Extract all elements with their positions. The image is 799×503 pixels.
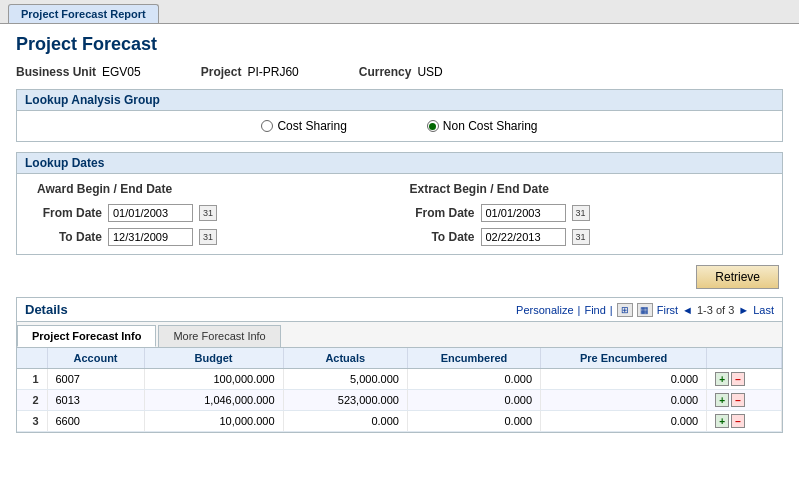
table-view-icon[interactable]: ▦ (637, 303, 653, 317)
lookup-dates-section: Lookup Dates Award Begin / End Date From… (16, 152, 783, 255)
award-date-group: Award Begin / End Date From Date 31 To D… (37, 182, 390, 246)
header-info-row: Business Unit EGV05 Project PI-PRJ60 Cur… (16, 65, 783, 79)
table-header: Account Budget Actuals Encumbered Pre En… (17, 348, 782, 369)
award-from-calendar-icon[interactable]: 31 (199, 205, 217, 221)
row-2-budget: 1,046,000.000 (144, 390, 283, 411)
dates-grid: Award Begin / End Date From Date 31 To D… (17, 174, 782, 254)
separator-2: | (610, 304, 613, 316)
row-3-actuals: 0.000 (283, 411, 407, 432)
top-tab-bar: Project Forecast Report (0, 0, 799, 24)
project-field: Project PI-PRJ60 (201, 65, 299, 79)
row-2-actuals: 523,000.000 (283, 390, 407, 411)
row-3-encumbered: 0.000 (407, 411, 540, 432)
page-range: 1-3 of 3 (697, 304, 734, 316)
award-from-input[interactable] (108, 204, 193, 222)
details-header: Details Personalize | Find | ⊞ ▦ First ◄… (17, 298, 782, 322)
row-3-budget: 10,000.000 (144, 411, 283, 432)
currency-value: USD (417, 65, 442, 79)
lookup-analysis-section: Lookup Analysis Group Cost Sharing Non C… (16, 89, 783, 142)
col-header-num (17, 348, 47, 369)
extract-date-title: Extract Begin / End Date (410, 182, 763, 196)
col-header-pre-encumbered: Pre Encumbered (541, 348, 707, 369)
col-header-encumbered: Encumbered (407, 348, 540, 369)
row-2-encumbered: 0.000 (407, 390, 540, 411)
cost-sharing-radio[interactable] (261, 120, 273, 132)
row-1-pre-encumbered: 0.000 (541, 369, 707, 390)
row-1-actuals: 5,000.000 (283, 369, 407, 390)
details-section: Details Personalize | Find | ⊞ ▦ First ◄… (16, 297, 783, 433)
extract-to-input[interactable] (481, 228, 566, 246)
table-row: 3 6600 10,000.000 0.000 0.000 0.000 + − (17, 411, 782, 432)
col-header-actuals: Actuals (283, 348, 407, 369)
grid-view-icon[interactable]: ⊞ (617, 303, 633, 317)
row-3-add-button[interactable]: + (715, 414, 729, 428)
currency-field: Currency USD (359, 65, 443, 79)
forecast-table: Account Budget Actuals Encumbered Pre En… (17, 348, 782, 432)
next-page-icon[interactable]: ► (738, 304, 749, 316)
non-cost-sharing-label: Non Cost Sharing (443, 119, 538, 133)
award-from-row: From Date 31 (37, 204, 390, 222)
details-label: Details (25, 302, 68, 317)
extract-from-label: From Date (410, 206, 475, 220)
extract-from-row: From Date 31 (410, 204, 763, 222)
cost-sharing-option[interactable]: Cost Sharing (261, 119, 346, 133)
row-1-actions: + − (707, 369, 782, 390)
first-label[interactable]: First (657, 304, 678, 316)
col-header-actions (707, 348, 782, 369)
col-header-budget: Budget (144, 348, 283, 369)
header-row: Account Budget Actuals Encumbered Pre En… (17, 348, 782, 369)
extract-to-row: To Date 31 (410, 228, 763, 246)
sub-tabs: Project Forecast Info More Forecast Info (17, 322, 782, 348)
retrieve-button[interactable]: Retrieve (696, 265, 779, 289)
row-1-encumbered: 0.000 (407, 369, 540, 390)
row-1-num: 1 (17, 369, 47, 390)
row-2-remove-button[interactable]: − (731, 393, 745, 407)
extract-from-calendar-icon[interactable]: 31 (572, 205, 590, 221)
table-row: 1 6007 100,000.000 5,000.000 0.000 0.000… (17, 369, 782, 390)
tab-project-forecast-info[interactable]: Project Forecast Info (17, 325, 156, 347)
row-3-remove-button[interactable]: − (731, 414, 745, 428)
row-1-add-button[interactable]: + (715, 372, 729, 386)
award-to-input[interactable] (108, 228, 193, 246)
non-cost-sharing-option[interactable]: Non Cost Sharing (427, 119, 538, 133)
main-content: Project Forecast Business Unit EGV05 Pro… (0, 24, 799, 443)
table-body: 1 6007 100,000.000 5,000.000 0.000 0.000… (17, 369, 782, 432)
row-2-num: 2 (17, 390, 47, 411)
non-cost-sharing-radio[interactable] (427, 120, 439, 132)
details-controls: Personalize | Find | ⊞ ▦ First ◄ 1-3 of … (516, 303, 774, 317)
separator-1: | (578, 304, 581, 316)
row-2-add-button[interactable]: + (715, 393, 729, 407)
pagination: First ◄ 1-3 of 3 ► Last (657, 304, 774, 316)
extract-from-input[interactable] (481, 204, 566, 222)
table-row: 2 6013 1,046,000.000 523,000.000 0.000 0… (17, 390, 782, 411)
award-to-label: To Date (37, 230, 102, 244)
retrieve-row: Retrieve (16, 265, 783, 289)
project-label: Project (201, 65, 242, 79)
col-header-account: Account (47, 348, 144, 369)
business-unit-label: Business Unit (16, 65, 96, 79)
personalize-link[interactable]: Personalize (516, 304, 573, 316)
extract-to-label: To Date (410, 230, 475, 244)
prev-page-icon[interactable]: ◄ (682, 304, 693, 316)
top-tab-project-forecast[interactable]: Project Forecast Report (8, 4, 159, 23)
currency-label: Currency (359, 65, 412, 79)
extract-to-calendar-icon[interactable]: 31 (572, 229, 590, 245)
award-date-title: Award Begin / End Date (37, 182, 390, 196)
business-unit-field: Business Unit EGV05 (16, 65, 141, 79)
row-3-actions: + − (707, 411, 782, 432)
analysis-radio-group: Cost Sharing Non Cost Sharing (17, 111, 782, 141)
lookup-dates-header: Lookup Dates (17, 153, 782, 174)
tab-more-forecast-info[interactable]: More Forecast Info (158, 325, 280, 347)
row-3-account: 6600 (47, 411, 144, 432)
row-3-num: 3 (17, 411, 47, 432)
row-2-pre-encumbered: 0.000 (541, 390, 707, 411)
award-from-label: From Date (37, 206, 102, 220)
row-1-remove-button[interactable]: − (731, 372, 745, 386)
award-to-row: To Date 31 (37, 228, 390, 246)
row-2-actions: + − (707, 390, 782, 411)
project-value: PI-PRJ60 (247, 65, 298, 79)
page-title: Project Forecast (16, 34, 783, 55)
find-link[interactable]: Find (584, 304, 605, 316)
last-label[interactable]: Last (753, 304, 774, 316)
award-to-calendar-icon[interactable]: 31 (199, 229, 217, 245)
